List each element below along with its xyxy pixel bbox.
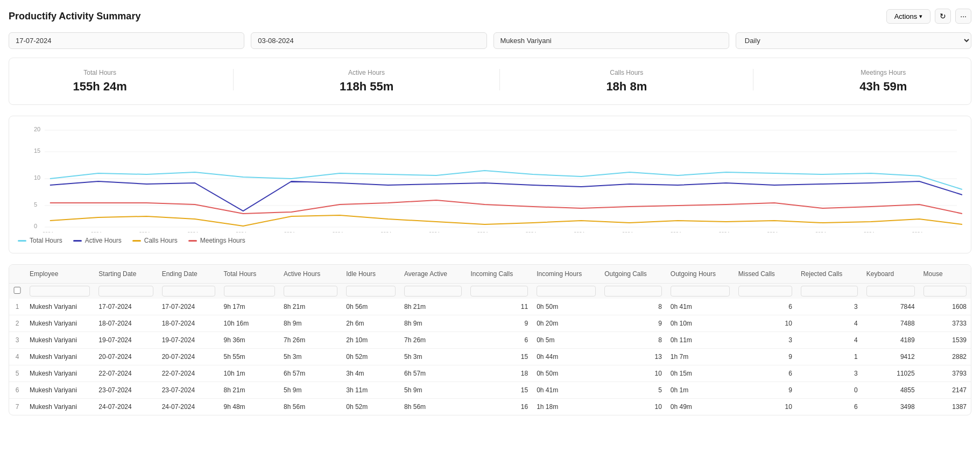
actions-button[interactable]: Actions ▾ xyxy=(886,9,931,24)
header-actions: Actions ▾ ↻ ··· xyxy=(886,9,971,24)
cell-end: 22-07-2024 xyxy=(158,365,220,382)
cell-inc-hours: 0h 5m xyxy=(532,332,600,349)
svg-text:2024...: 2024... xyxy=(912,231,927,232)
filter-employee[interactable] xyxy=(30,286,90,296)
svg-text:2024...: 2024... xyxy=(43,231,57,232)
row-number: 1 xyxy=(9,299,25,315)
col-ending-date: Ending Date xyxy=(158,265,220,284)
legend-meetings-hours: Meetings Hours xyxy=(188,237,245,244)
cell-start: 22-07-2024 xyxy=(94,365,157,382)
filter-keyboard[interactable] xyxy=(866,286,915,296)
calls-hours-value: 18h 8m xyxy=(606,80,647,94)
cell-out-hours: 0h 1m xyxy=(666,382,734,399)
svg-text:2024...: 2024... xyxy=(284,231,299,232)
svg-text:2024...: 2024... xyxy=(380,231,395,232)
cell-active: 8h 21m xyxy=(279,299,342,315)
cell-inc-calls: 11 xyxy=(466,299,532,315)
cell-employee: Mukesh Variyani xyxy=(25,332,94,349)
more-options-button[interactable]: ··· xyxy=(955,9,971,24)
row-number: 4 xyxy=(9,349,25,365)
table-header-row: Employee Starting Date Ending Date Total… xyxy=(9,265,971,284)
cell-start: 18-07-2024 xyxy=(94,315,157,332)
cell-out-calls: 9 xyxy=(600,315,666,332)
cell-active: 6h 57m xyxy=(279,365,342,382)
filter-missed[interactable] xyxy=(738,286,792,296)
cell-active: 5h 3m xyxy=(279,349,342,365)
page-header: Productify Activity Summary Actions ▾ ↻ … xyxy=(9,9,971,24)
filter-inc-hours[interactable] xyxy=(537,286,596,296)
chevron-down-icon: ▾ xyxy=(919,13,922,20)
filters-bar: Daily Weekly Monthly xyxy=(9,32,971,49)
cell-end: 24-07-2024 xyxy=(158,399,220,415)
employee-input[interactable] xyxy=(493,32,729,49)
cell-total: 9h 48m xyxy=(220,399,280,415)
cell-active: 8h 56m xyxy=(279,399,342,415)
cell-keyboard: 7844 xyxy=(862,299,919,315)
cell-rejected: 4 xyxy=(796,315,862,332)
svg-text:2024...: 2024... xyxy=(187,231,202,232)
col-incoming-calls: Incoming Calls xyxy=(466,265,532,284)
active-hours-value: 118h 55m xyxy=(340,80,393,94)
select-all-checkbox[interactable] xyxy=(13,287,21,294)
col-missed-calls: Missed Calls xyxy=(734,265,796,284)
cell-active: 5h 9m xyxy=(279,382,342,399)
filter-out-hours[interactable] xyxy=(671,286,730,296)
filter-active[interactable] xyxy=(284,286,337,296)
total-hours-value: 155h 24m xyxy=(73,80,127,94)
filter-rejected[interactable] xyxy=(801,286,858,296)
cell-out-calls: 8 xyxy=(600,299,666,315)
svg-text:2024...: 2024... xyxy=(477,231,492,232)
filter-out-calls[interactable] xyxy=(604,286,662,296)
page: Productify Activity Summary Actions ▾ ↻ … xyxy=(0,0,980,466)
filter-idle[interactable] xyxy=(346,286,396,296)
cell-inc-hours: 0h 50m xyxy=(532,299,600,315)
chart-legend: Total Hours Active Hours Calls Hours Mee… xyxy=(18,237,962,244)
cell-missed: 10 xyxy=(734,315,796,332)
refresh-button[interactable]: ↻ xyxy=(935,9,951,24)
svg-text:2024...: 2024... xyxy=(719,231,734,232)
table-body: 1 Mukesh Variyani 17-07-2024 17-07-2024 … xyxy=(9,299,971,415)
cell-idle: 3h 4m xyxy=(342,365,400,382)
card-divider-3 xyxy=(753,69,753,90)
filter-mouse[interactable] xyxy=(923,286,967,296)
filter-total[interactable] xyxy=(224,286,276,296)
row-number: 2 xyxy=(9,315,25,332)
calls-hours-legend-dot xyxy=(132,240,141,242)
cell-rejected: 6 xyxy=(796,399,862,415)
cell-inc-hours: 0h 50m xyxy=(532,365,600,382)
filter-avg[interactable] xyxy=(404,286,462,296)
cell-out-calls: 5 xyxy=(600,382,666,399)
cell-out-calls: 10 xyxy=(600,365,666,382)
cell-rejected: 1 xyxy=(796,349,862,365)
cell-rejected: 3 xyxy=(796,365,862,382)
cell-out-hours: 0h 11m xyxy=(666,332,734,349)
svg-text:2024...: 2024... xyxy=(236,231,250,232)
cell-mouse: 3793 xyxy=(919,365,971,382)
filter-end[interactable] xyxy=(162,286,215,296)
cell-keyboard: 4189 xyxy=(862,332,919,349)
table-row: 6 Mukesh Variyani 23-07-2024 23-07-2024 … xyxy=(9,382,971,399)
cell-avg-active: 5h 9m xyxy=(400,382,466,399)
date-to-input[interactable] xyxy=(251,32,487,49)
cell-start: 24-07-2024 xyxy=(94,399,157,415)
svg-text:2024...: 2024... xyxy=(671,231,685,232)
cell-rejected: 0 xyxy=(796,382,862,399)
cell-keyboard: 7488 xyxy=(862,315,919,332)
filter-inc-calls[interactable] xyxy=(470,286,528,296)
filter-start[interactable] xyxy=(98,286,153,296)
period-select[interactable]: Daily Weekly Monthly xyxy=(736,32,971,49)
svg-text:2024...: 2024... xyxy=(767,231,781,232)
total-hours-legend-dot xyxy=(18,240,26,242)
cell-mouse: 2147 xyxy=(919,382,971,399)
cell-end: 17-07-2024 xyxy=(158,299,220,315)
row-number: 5 xyxy=(9,365,25,382)
cell-end: 23-07-2024 xyxy=(158,382,220,399)
date-from-input[interactable] xyxy=(9,32,244,49)
cell-idle: 2h 10m xyxy=(342,332,400,349)
table-row: 5 Mukesh Variyani 22-07-2024 22-07-2024 … xyxy=(9,365,971,382)
cell-start: 20-07-2024 xyxy=(94,349,157,365)
svg-text:2024...: 2024... xyxy=(429,231,443,232)
svg-text:20: 20 xyxy=(34,126,40,132)
svg-text:2024...: 2024... xyxy=(815,231,830,232)
table-row: 2 Mukesh Variyani 18-07-2024 18-07-2024 … xyxy=(9,315,971,332)
